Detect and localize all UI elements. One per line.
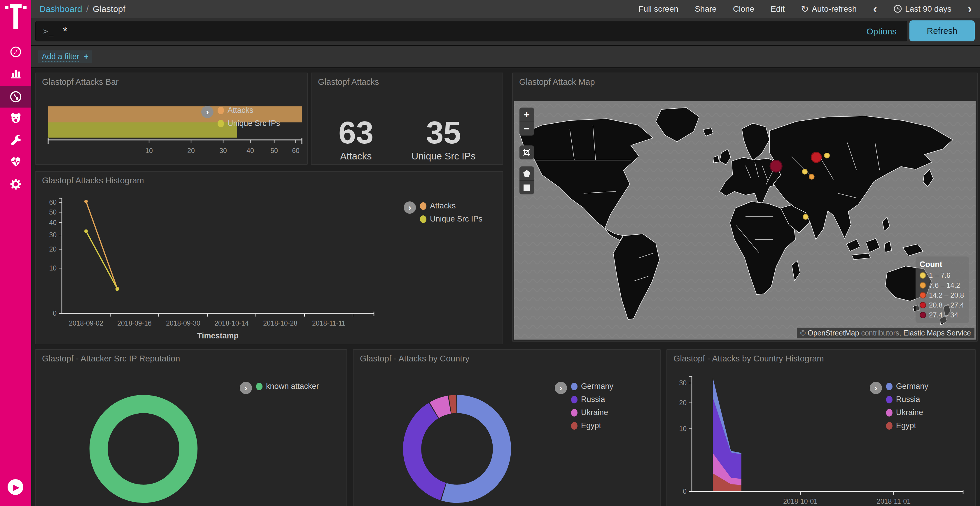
- add-filter-button[interactable]: Add a filter +: [38, 51, 92, 63]
- legend-bucket: 14.2 – 20.8: [920, 291, 964, 299]
- query-options-link[interactable]: Options: [867, 21, 897, 42]
- svg-text:0: 0: [683, 488, 687, 495]
- map-dot-russia-east[interactable]: [824, 153, 829, 158]
- query-prompt-icon: >_: [43, 27, 54, 36]
- sidebar-item-management[interactable]: [0, 173, 31, 195]
- svg-text:20: 20: [49, 246, 57, 253]
- sidebar-item-timelion[interactable]: [0, 107, 31, 129]
- legend-bucket: 27.4 – 34: [920, 311, 964, 319]
- svg-text:50: 50: [49, 208, 57, 216]
- chart-legend: › Germany Russia Ukraine Egypt: [870, 382, 928, 430]
- line-unique-src-ips[interactable]: [86, 231, 117, 289]
- map-dot-ukraine[interactable]: [809, 174, 814, 179]
- refresh-button[interactable]: Refresh: [909, 21, 975, 41]
- svg-text:2018-10-28: 2018-10-28: [263, 319, 298, 327]
- legend-item-russia[interactable]: Russia: [571, 395, 613, 404]
- legend-item-germany[interactable]: Germany: [886, 382, 928, 391]
- openstreetmap-link[interactable]: OpenStreetMap: [808, 329, 859, 337]
- legend-title: Count: [920, 260, 964, 269]
- legend-collapse-button[interactable]: ›: [404, 201, 416, 214]
- zoom-out-button[interactable]: −: [519, 122, 534, 136]
- legend-item-egypt[interactable]: Egypt: [571, 421, 613, 430]
- legend-dot: [920, 302, 926, 308]
- sidebar-item-dev-tools[interactable]: [0, 129, 31, 151]
- svg-text:50: 50: [270, 147, 278, 154]
- legend-dot: [420, 216, 426, 223]
- metric-unique-src-ips: 35 Unique Src IPs: [412, 117, 476, 162]
- t-logo-right-square: [23, 6, 27, 10]
- search-query-input[interactable]: >_ * Options: [35, 21, 907, 41]
- world-map[interactable]: + −: [514, 101, 975, 339]
- legend-collapse-button[interactable]: ›: [201, 106, 213, 118]
- bar-chart-icon: [10, 67, 22, 79]
- legend-item-ukraine[interactable]: Ukraine: [571, 408, 613, 417]
- legend-dot: [920, 272, 926, 279]
- legend-item-egypt[interactable]: Egypt: [886, 421, 928, 430]
- plus-icon: +: [84, 52, 89, 61]
- draw-polygon-button[interactable]: [519, 167, 534, 181]
- svg-text:60: 60: [292, 147, 299, 154]
- auto-refresh-button[interactable]: ↻ Auto-refresh: [801, 3, 857, 14]
- line-attacks[interactable]: [86, 201, 117, 289]
- legend-item-attacks[interactable]: Attacks: [420, 201, 482, 211]
- chevron-right-icon: ›: [874, 383, 877, 393]
- breadcrumb-dashboard-link[interactable]: Dashboard: [40, 4, 82, 14]
- attacks-histogram-chart[interactable]: 60 50 40 30 20 10 0 2018-09-02 2018-09-1…: [38, 188, 403, 343]
- full-screen-button[interactable]: Full screen: [638, 5, 678, 14]
- svg-text:10: 10: [679, 425, 687, 433]
- fit-bounds-button[interactable]: [519, 146, 534, 159]
- legend-dot: [571, 396, 578, 403]
- metric-label: Unique Src IPs: [412, 151, 476, 162]
- slice-known-attacker[interactable]: [99, 404, 188, 494]
- heart-pulse-icon: [9, 155, 22, 168]
- map-dot-egypt[interactable]: [803, 214, 808, 219]
- legend-collapse-button[interactable]: ›: [240, 382, 252, 394]
- legend-item-russia[interactable]: Russia: [886, 395, 928, 404]
- map-draw-controls: [519, 167, 534, 194]
- share-button[interactable]: Share: [695, 5, 717, 14]
- legend-dot: [420, 202, 426, 210]
- metric-label: Attacks: [338, 151, 373, 162]
- legend-item-unique-src-ips[interactable]: Unique Src IPs: [420, 214, 482, 224]
- legend-item-known-attacker[interactable]: known attacker: [256, 382, 319, 391]
- svg-text:2018-09-16: 2018-09-16: [117, 319, 152, 327]
- reputation-donut-chart[interactable]: [87, 392, 200, 506]
- map-dot-ukraine-north[interactable]: [802, 169, 807, 174]
- elastic-maps-service-link[interactable]: Elastic Maps Service: [903, 329, 971, 337]
- edit-button[interactable]: Edit: [771, 5, 784, 14]
- zoom-in-button[interactable]: +: [519, 108, 534, 122]
- t-logo-crossbar: [10, 4, 22, 8]
- draw-rectangle-button[interactable]: [519, 181, 534, 194]
- panel-attacks-by-country-histogram: Glastopf - Attacks by Country Histogram …: [667, 349, 975, 506]
- sidebar-item-monitoring[interactable]: [0, 151, 31, 173]
- clone-button[interactable]: Clone: [733, 5, 754, 14]
- sidebar-item-dashboard[interactable]: [0, 86, 31, 108]
- legend-collapse-button[interactable]: ›: [555, 382, 567, 394]
- expand-nav-button[interactable]: ▶: [8, 479, 23, 495]
- wrench-icon: [10, 133, 22, 146]
- svg-text:30: 30: [220, 147, 227, 154]
- sidebar-item-discover[interactable]: [0, 41, 31, 63]
- time-forward-button[interactable]: ›: [968, 5, 972, 13]
- legend-item-attacks[interactable]: Attacks: [218, 106, 280, 115]
- legend-item-unique-src-ips[interactable]: Unique Src IPs: [218, 119, 280, 128]
- legend-collapse-button[interactable]: ›: [870, 382, 882, 394]
- metric-attacks: 63 Attacks: [338, 117, 373, 162]
- time-back-button[interactable]: ‹: [873, 5, 877, 13]
- legend-item-germany[interactable]: Germany: [571, 382, 613, 391]
- panel-title: Glastopf - Attacks by Country: [360, 354, 469, 363]
- t-logo-stem: [13, 8, 18, 29]
- legend-item-ukraine[interactable]: Ukraine: [886, 408, 928, 417]
- svg-text:30: 30: [679, 379, 687, 387]
- legend-bucket: 20.8 – 27.4: [920, 301, 964, 309]
- by-country-donut-chart[interactable]: [400, 392, 514, 506]
- legend-dot: [920, 282, 926, 289]
- svg-text:2018-11-11: 2018-11-11: [312, 319, 345, 327]
- map-dot-germany[interactable]: [770, 160, 782, 172]
- time-range-picker[interactable]: Last 90 days: [893, 5, 951, 14]
- map-attribution: © OpenStreetMap contributors, Elastic Ma…: [797, 328, 974, 338]
- panel-attacks-histogram: Glastopf Attacks Histogram 60 50 40 30: [35, 171, 503, 344]
- sidebar-item-visualize[interactable]: [0, 62, 31, 84]
- metric-value: 35: [412, 117, 476, 148]
- map-dot-russia[interactable]: [811, 152, 821, 162]
